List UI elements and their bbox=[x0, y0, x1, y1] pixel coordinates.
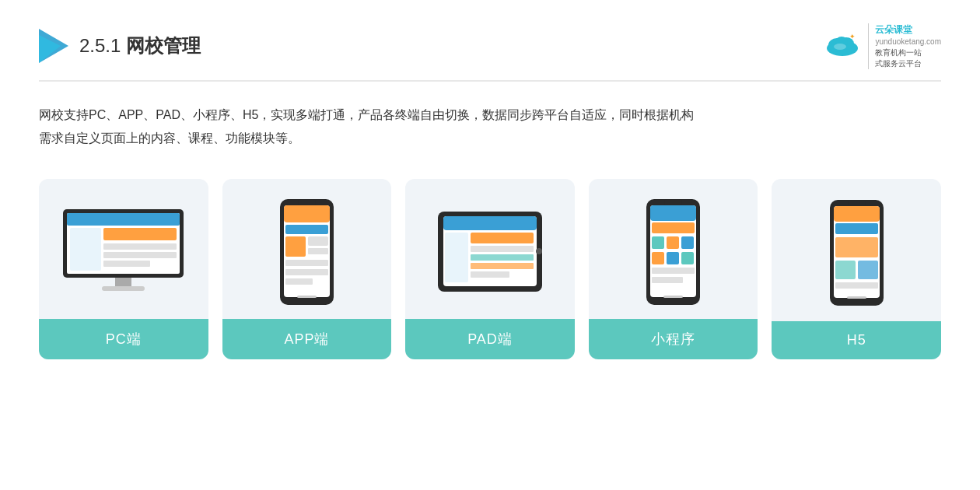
svg-rect-23 bbox=[285, 236, 306, 257]
svg-rect-32 bbox=[443, 216, 537, 230]
svg-rect-53 bbox=[663, 296, 683, 298]
svg-rect-45 bbox=[652, 236, 664, 249]
svg-rect-22 bbox=[285, 225, 328, 234]
svg-rect-26 bbox=[285, 260, 328, 266]
svg-rect-56 bbox=[848, 200, 866, 206]
card-app-image bbox=[222, 179, 392, 319]
svg-rect-12 bbox=[103, 228, 177, 240]
svg-rect-10 bbox=[67, 213, 180, 226]
card-pc-label: PC端 bbox=[39, 319, 208, 359]
svg-rect-38 bbox=[471, 271, 509, 278]
svg-rect-59 bbox=[835, 237, 878, 257]
mini-mockup-icon bbox=[644, 198, 702, 306]
triangle-logo-icon bbox=[39, 29, 68, 63]
svg-rect-62 bbox=[835, 282, 878, 289]
pad-mockup-icon bbox=[436, 207, 544, 296]
svg-rect-42 bbox=[664, 199, 682, 205]
description-text: 网校支持PC、APP、PAD、小程序、H5，实现多端打通，产品各终端自由切换，数… bbox=[39, 103, 941, 151]
svg-rect-63 bbox=[847, 296, 866, 299]
svg-rect-28 bbox=[285, 278, 313, 285]
header-left: 2.5.1 网校管理 bbox=[39, 29, 201, 63]
svg-rect-29 bbox=[297, 296, 317, 298]
svg-rect-57 bbox=[834, 206, 880, 222]
svg-rect-47 bbox=[681, 236, 694, 249]
svg-rect-11 bbox=[70, 228, 101, 271]
page-wrapper: 2.5.1 网校管理 ✦ 云朵课堂 yunduoketang.com 教育机构一… bbox=[0, 0, 980, 490]
card-pc: PC端 bbox=[39, 179, 208, 359]
svg-rect-14 bbox=[103, 252, 177, 258]
svg-rect-13 bbox=[103, 243, 177, 250]
svg-rect-43 bbox=[650, 205, 696, 221]
svg-rect-24 bbox=[308, 236, 328, 246]
brand-area: ✦ 云朵课堂 yunduoketang.com 教育机构一站 式服务云平台 bbox=[823, 23, 941, 69]
svg-rect-20 bbox=[298, 199, 316, 205]
svg-rect-52 bbox=[652, 277, 683, 283]
svg-rect-36 bbox=[471, 254, 534, 261]
card-pc-image bbox=[39, 179, 208, 319]
page-title: 2.5.1 网校管理 bbox=[79, 33, 201, 58]
card-h5-label: H5 bbox=[772, 321, 941, 359]
svg-rect-35 bbox=[471, 246, 534, 252]
svg-rect-15 bbox=[103, 261, 150, 267]
svg-rect-60 bbox=[835, 261, 856, 279]
card-h5: H5 bbox=[772, 179, 941, 359]
svg-rect-17 bbox=[102, 286, 145, 291]
svg-text:✦: ✦ bbox=[849, 33, 856, 40]
svg-rect-51 bbox=[652, 268, 695, 274]
svg-rect-33 bbox=[445, 233, 468, 282]
svg-rect-50 bbox=[681, 252, 694, 264]
card-pad: PAD端 bbox=[405, 179, 575, 359]
svg-rect-37 bbox=[471, 263, 534, 269]
pc-mockup-icon bbox=[59, 206, 187, 298]
svg-rect-58 bbox=[835, 223, 878, 234]
app-mockup-icon bbox=[278, 198, 336, 306]
card-mini: 小程序 bbox=[589, 179, 758, 359]
svg-rect-21 bbox=[284, 205, 330, 222]
header: 2.5.1 网校管理 ✦ 云朵课堂 yunduoketang.com 教育机构一… bbox=[39, 23, 941, 82]
svg-point-39 bbox=[536, 248, 542, 254]
svg-point-7 bbox=[834, 44, 846, 50]
svg-rect-46 bbox=[667, 236, 679, 249]
svg-rect-61 bbox=[858, 261, 878, 279]
h5-mockup-icon bbox=[828, 198, 886, 307]
svg-rect-48 bbox=[652, 252, 664, 264]
svg-rect-25 bbox=[308, 248, 328, 254]
svg-rect-16 bbox=[115, 278, 131, 287]
svg-rect-49 bbox=[667, 252, 679, 264]
card-pad-image bbox=[405, 179, 575, 319]
svg-rect-27 bbox=[285, 269, 328, 275]
brand-text: 云朵课堂 yunduoketang.com 教育机构一站 式服务云平台 bbox=[868, 23, 941, 69]
card-mini-image bbox=[589, 179, 758, 319]
svg-rect-34 bbox=[471, 233, 534, 243]
card-app: APP端 bbox=[222, 179, 392, 359]
card-mini-label: 小程序 bbox=[589, 319, 758, 359]
card-h5-image bbox=[772, 179, 941, 321]
svg-rect-44 bbox=[652, 222, 695, 233]
device-cards-row: PC端 bbox=[39, 179, 941, 359]
card-pad-label: PAD端 bbox=[405, 319, 575, 359]
card-app-label: APP端 bbox=[222, 319, 392, 359]
brand-logo-icon: ✦ bbox=[823, 31, 862, 61]
